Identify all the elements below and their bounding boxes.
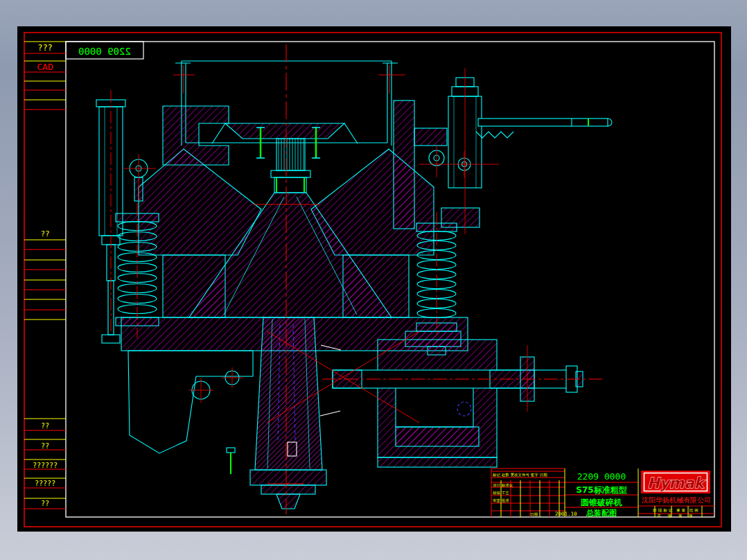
title-line-1: S75标准粗型 bbox=[576, 485, 626, 495]
company-logo: Hymak bbox=[641, 471, 710, 493]
field-row: 设计 标准化 bbox=[493, 483, 513, 488]
parts-cell-label: ?? bbox=[41, 422, 49, 430]
parts-cell-label: ?????? bbox=[33, 462, 58, 469]
parts-cell-label: ????? bbox=[35, 480, 55, 487]
stage-row: 阶段标记 重量 比例 bbox=[653, 508, 700, 513]
desktop-background: 2209 0000 ??? CAD ?? ?? ?? ?????? ????? bbox=[0, 0, 747, 560]
parts-cell-label: ?? bbox=[41, 500, 49, 507]
drawing-number: 2209 0000 bbox=[577, 471, 626, 482]
title-line-3: 总装配图 bbox=[586, 509, 617, 518]
feed-distributor bbox=[212, 123, 358, 193]
date-cell: 2001.10 bbox=[555, 511, 577, 517]
assembly-drawing bbox=[96, 44, 612, 514]
shaft-seal-rings bbox=[276, 178, 304, 192]
field-row: 审定 批准 bbox=[493, 498, 509, 503]
cad-viewport[interactable]: 2209 0000 ??? CAD ?? ?? ?? ?????? ????? bbox=[17, 26, 731, 532]
parts-cell-label: ?? bbox=[41, 442, 49, 450]
field-row: 日期 bbox=[530, 512, 538, 517]
frame-leg-left bbox=[128, 351, 253, 453]
title-block: 2209 0000 S75标准粗型 圆锥破碎机 总装配图 标记 处数 更改文件号… bbox=[491, 469, 714, 518]
field-row: 校核 工艺 bbox=[492, 491, 509, 495]
corner-mirrored-number: 2209 0000 bbox=[78, 46, 131, 57]
company-name: 沈阳华扬机械有限公司 bbox=[641, 496, 711, 504]
logo-text: Hymak bbox=[647, 475, 705, 491]
top-left-bracket bbox=[163, 106, 229, 165]
parts-cell-label: ?? bbox=[40, 229, 49, 238]
parts-cell-label: CAD bbox=[37, 62, 53, 72]
adjustment-cylinder bbox=[419, 68, 612, 234]
field-row: 标记 处数 更改文件号 签字 日期 bbox=[492, 473, 547, 478]
title-line-2: 圆锥破碎机 bbox=[581, 498, 622, 507]
sheet-row: 共 张 第 张 bbox=[656, 514, 695, 518]
parts-cell-label: ??? bbox=[37, 43, 53, 53]
parts-list-column: ??? CAD ?? ?? ?? ?????? ????? ?? bbox=[24, 42, 66, 509]
